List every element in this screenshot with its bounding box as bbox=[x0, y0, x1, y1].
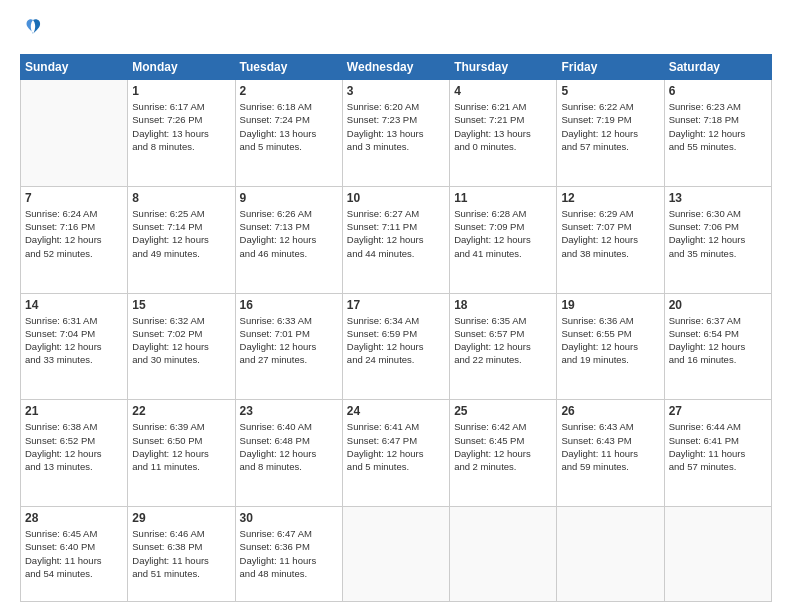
day-number: 10 bbox=[347, 191, 445, 205]
week-row-4: 28Sunrise: 6:45 AM Sunset: 6:40 PM Dayli… bbox=[21, 507, 772, 602]
week-row-0: 1Sunrise: 6:17 AM Sunset: 7:26 PM Daylig… bbox=[21, 80, 772, 187]
calendar-cell: 11Sunrise: 6:28 AM Sunset: 7:09 PM Dayli… bbox=[450, 186, 557, 293]
day-info: Sunrise: 6:26 AM Sunset: 7:13 PM Dayligh… bbox=[240, 207, 338, 260]
day-info: Sunrise: 6:38 AM Sunset: 6:52 PM Dayligh… bbox=[25, 420, 123, 473]
calendar-cell: 1Sunrise: 6:17 AM Sunset: 7:26 PM Daylig… bbox=[128, 80, 235, 187]
calendar-cell: 20Sunrise: 6:37 AM Sunset: 6:54 PM Dayli… bbox=[664, 293, 771, 400]
day-number: 24 bbox=[347, 404, 445, 418]
day-number: 20 bbox=[669, 298, 767, 312]
calendar-cell: 5Sunrise: 6:22 AM Sunset: 7:19 PM Daylig… bbox=[557, 80, 664, 187]
day-number: 16 bbox=[240, 298, 338, 312]
day-info: Sunrise: 6:35 AM Sunset: 6:57 PM Dayligh… bbox=[454, 314, 552, 367]
day-info: Sunrise: 6:39 AM Sunset: 6:50 PM Dayligh… bbox=[132, 420, 230, 473]
calendar-cell: 8Sunrise: 6:25 AM Sunset: 7:14 PM Daylig… bbox=[128, 186, 235, 293]
calendar-cell: 4Sunrise: 6:21 AM Sunset: 7:21 PM Daylig… bbox=[450, 80, 557, 187]
day-number: 7 bbox=[25, 191, 123, 205]
day-info: Sunrise: 6:20 AM Sunset: 7:23 PM Dayligh… bbox=[347, 100, 445, 153]
day-number: 11 bbox=[454, 191, 552, 205]
calendar-cell: 29Sunrise: 6:46 AM Sunset: 6:38 PM Dayli… bbox=[128, 507, 235, 602]
day-number: 17 bbox=[347, 298, 445, 312]
day-number: 15 bbox=[132, 298, 230, 312]
calendar-cell: 2Sunrise: 6:18 AM Sunset: 7:24 PM Daylig… bbox=[235, 80, 342, 187]
day-number: 3 bbox=[347, 84, 445, 98]
weekday-header-saturday: Saturday bbox=[664, 55, 771, 80]
calendar-cell: 3Sunrise: 6:20 AM Sunset: 7:23 PM Daylig… bbox=[342, 80, 449, 187]
day-info: Sunrise: 6:29 AM Sunset: 7:07 PM Dayligh… bbox=[561, 207, 659, 260]
day-info: Sunrise: 6:18 AM Sunset: 7:24 PM Dayligh… bbox=[240, 100, 338, 153]
day-info: Sunrise: 6:28 AM Sunset: 7:09 PM Dayligh… bbox=[454, 207, 552, 260]
day-info: Sunrise: 6:33 AM Sunset: 7:01 PM Dayligh… bbox=[240, 314, 338, 367]
day-number: 13 bbox=[669, 191, 767, 205]
day-info: Sunrise: 6:45 AM Sunset: 6:40 PM Dayligh… bbox=[25, 527, 123, 580]
day-number: 2 bbox=[240, 84, 338, 98]
day-info: Sunrise: 6:21 AM Sunset: 7:21 PM Dayligh… bbox=[454, 100, 552, 153]
day-info: Sunrise: 6:44 AM Sunset: 6:41 PM Dayligh… bbox=[669, 420, 767, 473]
weekday-header-sunday: Sunday bbox=[21, 55, 128, 80]
calendar-cell: 6Sunrise: 6:23 AM Sunset: 7:18 PM Daylig… bbox=[664, 80, 771, 187]
day-number: 5 bbox=[561, 84, 659, 98]
day-number: 22 bbox=[132, 404, 230, 418]
weekday-header-monday: Monday bbox=[128, 55, 235, 80]
day-info: Sunrise: 6:27 AM Sunset: 7:11 PM Dayligh… bbox=[347, 207, 445, 260]
day-number: 4 bbox=[454, 84, 552, 98]
logo bbox=[20, 16, 44, 44]
day-number: 9 bbox=[240, 191, 338, 205]
day-number: 27 bbox=[669, 404, 767, 418]
week-row-3: 21Sunrise: 6:38 AM Sunset: 6:52 PM Dayli… bbox=[21, 400, 772, 507]
calendar-cell bbox=[21, 80, 128, 187]
day-info: Sunrise: 6:24 AM Sunset: 7:16 PM Dayligh… bbox=[25, 207, 123, 260]
week-row-1: 7Sunrise: 6:24 AM Sunset: 7:16 PM Daylig… bbox=[21, 186, 772, 293]
day-number: 30 bbox=[240, 511, 338, 525]
header bbox=[20, 16, 772, 44]
calendar-cell bbox=[557, 507, 664, 602]
calendar-cell: 27Sunrise: 6:44 AM Sunset: 6:41 PM Dayli… bbox=[664, 400, 771, 507]
day-number: 25 bbox=[454, 404, 552, 418]
day-number: 14 bbox=[25, 298, 123, 312]
day-number: 28 bbox=[25, 511, 123, 525]
weekday-header-thursday: Thursday bbox=[450, 55, 557, 80]
calendar-cell: 22Sunrise: 6:39 AM Sunset: 6:50 PM Dayli… bbox=[128, 400, 235, 507]
day-info: Sunrise: 6:42 AM Sunset: 6:45 PM Dayligh… bbox=[454, 420, 552, 473]
day-info: Sunrise: 6:17 AM Sunset: 7:26 PM Dayligh… bbox=[132, 100, 230, 153]
calendar-cell: 28Sunrise: 6:45 AM Sunset: 6:40 PM Dayli… bbox=[21, 507, 128, 602]
calendar-cell bbox=[342, 507, 449, 602]
day-info: Sunrise: 6:22 AM Sunset: 7:19 PM Dayligh… bbox=[561, 100, 659, 153]
calendar-cell: 15Sunrise: 6:32 AM Sunset: 7:02 PM Dayli… bbox=[128, 293, 235, 400]
day-number: 12 bbox=[561, 191, 659, 205]
day-number: 21 bbox=[25, 404, 123, 418]
calendar-cell: 16Sunrise: 6:33 AM Sunset: 7:01 PM Dayli… bbox=[235, 293, 342, 400]
weekday-header-friday: Friday bbox=[557, 55, 664, 80]
day-number: 6 bbox=[669, 84, 767, 98]
day-info: Sunrise: 6:41 AM Sunset: 6:47 PM Dayligh… bbox=[347, 420, 445, 473]
day-info: Sunrise: 6:46 AM Sunset: 6:38 PM Dayligh… bbox=[132, 527, 230, 580]
day-info: Sunrise: 6:23 AM Sunset: 7:18 PM Dayligh… bbox=[669, 100, 767, 153]
calendar-table: SundayMondayTuesdayWednesdayThursdayFrid… bbox=[20, 54, 772, 602]
day-number: 19 bbox=[561, 298, 659, 312]
day-info: Sunrise: 6:31 AM Sunset: 7:04 PM Dayligh… bbox=[25, 314, 123, 367]
calendar-cell: 10Sunrise: 6:27 AM Sunset: 7:11 PM Dayli… bbox=[342, 186, 449, 293]
week-row-2: 14Sunrise: 6:31 AM Sunset: 7:04 PM Dayli… bbox=[21, 293, 772, 400]
calendar-cell: 24Sunrise: 6:41 AM Sunset: 6:47 PM Dayli… bbox=[342, 400, 449, 507]
calendar-cell: 7Sunrise: 6:24 AM Sunset: 7:16 PM Daylig… bbox=[21, 186, 128, 293]
calendar-cell: 13Sunrise: 6:30 AM Sunset: 7:06 PM Dayli… bbox=[664, 186, 771, 293]
calendar-cell: 26Sunrise: 6:43 AM Sunset: 6:43 PM Dayli… bbox=[557, 400, 664, 507]
calendar-cell: 23Sunrise: 6:40 AM Sunset: 6:48 PM Dayli… bbox=[235, 400, 342, 507]
day-info: Sunrise: 6:40 AM Sunset: 6:48 PM Dayligh… bbox=[240, 420, 338, 473]
logo-bird-icon bbox=[22, 16, 44, 44]
day-info: Sunrise: 6:37 AM Sunset: 6:54 PM Dayligh… bbox=[669, 314, 767, 367]
day-info: Sunrise: 6:34 AM Sunset: 6:59 PM Dayligh… bbox=[347, 314, 445, 367]
calendar-cell: 12Sunrise: 6:29 AM Sunset: 7:07 PM Dayli… bbox=[557, 186, 664, 293]
calendar-cell: 9Sunrise: 6:26 AM Sunset: 7:13 PM Daylig… bbox=[235, 186, 342, 293]
day-number: 29 bbox=[132, 511, 230, 525]
weekday-header-wednesday: Wednesday bbox=[342, 55, 449, 80]
calendar-cell: 18Sunrise: 6:35 AM Sunset: 6:57 PM Dayli… bbox=[450, 293, 557, 400]
day-info: Sunrise: 6:36 AM Sunset: 6:55 PM Dayligh… bbox=[561, 314, 659, 367]
calendar-cell: 17Sunrise: 6:34 AM Sunset: 6:59 PM Dayli… bbox=[342, 293, 449, 400]
day-info: Sunrise: 6:25 AM Sunset: 7:14 PM Dayligh… bbox=[132, 207, 230, 260]
day-number: 26 bbox=[561, 404, 659, 418]
day-info: Sunrise: 6:30 AM Sunset: 7:06 PM Dayligh… bbox=[669, 207, 767, 260]
day-number: 8 bbox=[132, 191, 230, 205]
calendar-cell: 21Sunrise: 6:38 AM Sunset: 6:52 PM Dayli… bbox=[21, 400, 128, 507]
day-info: Sunrise: 6:43 AM Sunset: 6:43 PM Dayligh… bbox=[561, 420, 659, 473]
calendar-cell: 19Sunrise: 6:36 AM Sunset: 6:55 PM Dayli… bbox=[557, 293, 664, 400]
